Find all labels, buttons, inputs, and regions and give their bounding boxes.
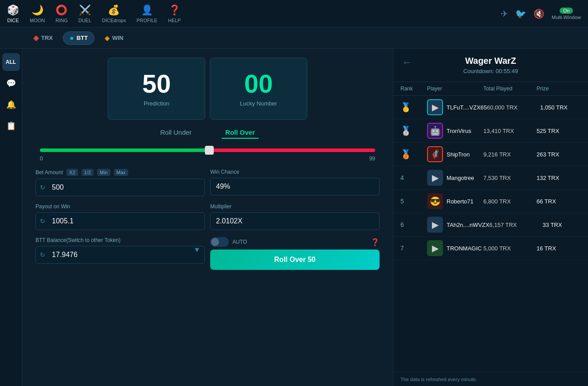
col-prize: Prize [537,86,581,92]
nav-item-help[interactable]: ❓ HELP [168,4,181,23]
wager-panel: ← Wager WarZ Countdown: 00:55:49 Rank Pl… [393,49,588,386]
ring-icon: ⭕ [55,4,67,16]
refresh-icon-2: ↻ [40,218,45,225]
col-total: Total Played [483,86,537,92]
main-layout: ALL 💬 🔔 📋 50 Prediction 00 Lucky Number … [0,49,588,386]
payout-input[interactable] [35,212,205,230]
wager-countdown: Countdown: 00:55:49 [402,68,579,74]
roll-over-btn[interactable]: Roll Over [222,127,259,139]
dropdown-icon: ▼ [193,246,200,254]
nav-label-profile: PROFILE [137,18,157,23]
wager-row: 6 ▶ TAh2n....nWVZX 6,157 TRX 33 TRX [393,213,588,237]
payout-row: Payout on Win ↻ Multiplier [35,203,380,230]
back-icon[interactable]: ← [402,57,412,68]
btt-label: BTT [77,35,88,41]
auto-toggle[interactable] [210,237,229,247]
avatar: ▶ [427,170,443,186]
roll-under-btn[interactable]: Roll Under [157,127,195,139]
auto-toggle-row: AUTO ❓ [210,237,380,247]
max-btn[interactable]: Max [114,169,129,176]
nav-item-moon[interactable]: 🌙 MOON [30,4,45,23]
win-icon: ◈ [105,35,110,42]
player-name: Mangotree [447,175,474,181]
sidebar: ALL 💬 🔔 📋 [0,49,22,386]
total-played: 6,157 TRX [490,222,543,228]
bet-amount-label: Bet Amount X2 1/2 Min Max [35,169,205,176]
total-played: 9,216 TRX [483,151,537,158]
bet-amount-group: Bet Amount X2 1/2 Min Max ↻ [35,169,205,196]
min-btn[interactable]: Min [97,169,110,176]
nav-item-profile[interactable]: 👤 PROFILE [137,4,157,23]
nav-item-dicedrops[interactable]: 💰 DICEdrops [102,4,126,23]
nav-label-moon: MOON [30,18,45,23]
prediction-label: Prediction [144,100,169,107]
payout-input-wrapper: ↻ [35,212,205,230]
nav-item-dice[interactable]: 🎲 DICE [7,4,19,23]
prediction-row: 50 Prediction 00 Lucky Number [35,58,380,120]
refresh-icon-3: ↻ [40,251,45,258]
player-name: TronVirus [447,128,471,134]
nav-item-ring[interactable]: ⭕ RING [55,4,68,23]
win-chance-input[interactable] [210,178,380,195]
sidebar-item-notes[interactable]: 📋 [2,117,20,135]
prediction-slider[interactable] [40,148,375,152]
wager-row: 🥇 ▶ TLFuT....VZX65 60,000 TRX 1,050 TRX [393,96,588,119]
balance-input[interactable] [35,246,205,264]
slider-max: 99 [369,156,375,162]
rank-badge: 🥉 [400,149,427,160]
x2-btn[interactable]: X2 [67,169,78,176]
half-btn[interactable]: 1/2 [82,169,94,176]
token-tab-win[interactable]: ◈ WIN [98,32,130,44]
multiplier-label: Multiplier [210,203,380,210]
multi-window-toggle[interactable]: On Multi-Window [552,8,581,20]
send-icon[interactable]: ✈ [501,8,508,19]
moon-icon: 🌙 [31,4,43,16]
payout-label: Payout on Win [35,203,205,210]
help-icon: ❓ [169,4,180,16]
sound-icon[interactable]: 🔇 [533,8,545,19]
balance-label: BTT Balance(Switch to other Token) [35,237,205,243]
player-name: TLFuT....VZX65 [447,104,487,111]
multiplier-input[interactable] [210,212,380,230]
dice-icon: 🎲 [7,4,19,16]
token-tab-trx[interactable]: ◈ TRX [27,31,59,45]
sidebar-item-chat[interactable]: 💬 [2,74,20,92]
token-tab-btt[interactable]: ● BTT [63,31,94,45]
help-circle-icon[interactable]: ❓ [371,238,380,246]
auto-label: AUTO [232,239,247,245]
wager-rows: 🥇 ▶ TLFuT....VZX65 60,000 TRX 1,050 TRX … [393,96,588,372]
col-rank: Rank [400,86,427,92]
nav-label-help: HELP [168,18,181,23]
nav-label-dicedrops: DICEdrops [102,18,126,23]
avatar: ▶ [427,99,443,115]
avatar: ▶ [427,240,443,256]
wager-table-header: Rank Player Total Played Prize [393,82,588,96]
nav-label-ring: RING [55,18,68,23]
wager-title: Wager WarZ [402,56,579,66]
rank-badge: 5 [400,198,427,205]
token-tabs: ◈ TRX ● BTT ◈ WIN [0,27,588,49]
sidebar-item-all[interactable]: ALL [2,53,20,71]
roll-buttons: Roll Under Roll Over [35,127,380,139]
trx-icon: ◈ [33,34,39,42]
sidebar-item-bell[interactable]: 🔔 [2,96,20,113]
bet-amount-input[interactable] [35,179,205,196]
nav-label-duel: DUEL [78,18,91,23]
multiplier-input-wrapper [210,212,380,230]
rank-badge: 🥈 [400,125,427,136]
btt-icon: ● [70,34,74,42]
player-cell: 🤖 TronVirus [427,123,483,139]
prize: 33 TRX [543,222,587,228]
prize: 16 TRX [537,245,581,252]
multiplier-group: Multiplier [210,203,380,230]
nav-item-duel[interactable]: ⚔️ DUEL [78,4,91,23]
balance-roll-row: BTT Balance(Switch to other Token) ↻ ▼ A… [35,237,380,270]
lucky-number-label: Lucky Number [240,100,277,107]
bell-icon: 🔔 [6,100,16,109]
rank-badge: 7 [400,245,427,252]
win-chance-group: Win Chance [210,169,380,196]
slider-container: 0 99 [40,146,375,162]
twitter-icon[interactable]: 🐦 [515,8,526,19]
roll-over-button[interactable]: Roll Over 50 [210,250,380,270]
total-played: 7,530 TRX [483,175,537,181]
